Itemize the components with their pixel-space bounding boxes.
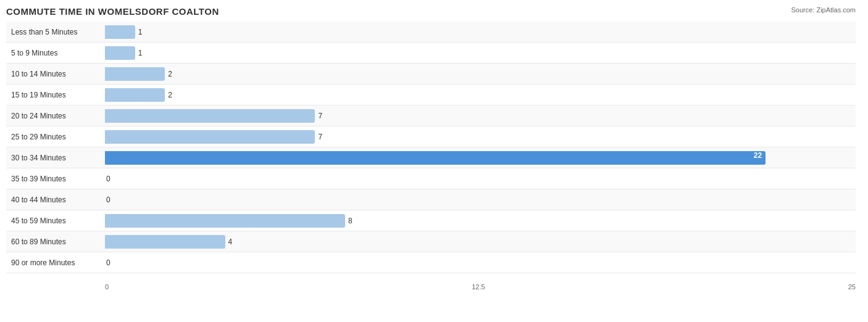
bar-label: 15 to 19 Minutes [6, 91, 105, 99]
bar-track: 0 [105, 189, 856, 210]
x-axis-label: 25 [848, 283, 856, 291]
bars-wrapper: Less than 5 Minutes15 to 9 Minutes110 to… [6, 22, 856, 281]
bar-row: 15 to 19 Minutes2 [6, 85, 856, 105]
bar-label: 5 to 9 Minutes [6, 49, 105, 57]
bar-value: 1 [138, 49, 149, 57]
bar-track: 2 [105, 64, 856, 84]
bar-row: 45 to 59 Minutes8 [6, 210, 856, 231]
bar-row: Less than 5 Minutes1 [6, 22, 856, 43]
bar-value-zero: 0 [106, 258, 111, 267]
bar-track: 7 [105, 126, 856, 147]
bar-fill: 2 [105, 67, 165, 81]
bar-track: 0 [105, 168, 856, 189]
x-axis-labels: 012.525 [105, 283, 856, 291]
bar-row: 5 to 9 Minutes1 [6, 43, 856, 64]
bar-value: 8 [348, 217, 359, 225]
bar-fill: 1 [105, 25, 135, 39]
bar-label: 45 to 59 Minutes [6, 217, 105, 225]
bar-row: 25 to 29 Minutes7 [6, 126, 856, 147]
bar-value: 4 [228, 237, 239, 246]
bar-value: 7 [318, 112, 328, 120]
bar-track: 1 [105, 43, 856, 63]
bar-label: 10 to 14 Minutes [6, 70, 105, 78]
bar-track: 4 [105, 231, 856, 252]
bar-label: 30 to 34 Minutes [6, 154, 105, 162]
chart-container: COMMUTE TIME IN WOMELSDORF COALTON Sourc… [0, 0, 868, 322]
bar-value: 7 [318, 133, 328, 141]
bar-fill: 22 [105, 151, 766, 165]
bar-value: 2 [168, 91, 178, 99]
bar-row: 10 to 14 Minutes2 [6, 64, 856, 85]
bar-track: 8 [105, 210, 856, 231]
x-axis-label: 12.5 [472, 283, 485, 291]
x-axis: 012.525 [105, 281, 856, 291]
bar-value-zero: 0 [106, 196, 111, 204]
bar-track: 7 [105, 105, 856, 126]
x-axis-label: 0 [105, 283, 109, 291]
chart-title: COMMUTE TIME IN WOMELSDORF COALTON [6, 6, 219, 17]
bar-row: 20 to 24 Minutes7 [6, 105, 856, 126]
bar-fill: 8 [105, 214, 345, 228]
bar-label: 20 to 24 Minutes [6, 112, 105, 120]
bar-value-zero: 0 [106, 175, 111, 183]
bar-fill: 7 [105, 130, 315, 144]
bar-track: 1 [105, 22, 856, 42]
bar-value: 22 [754, 151, 762, 160]
bar-track: 2 [105, 85, 856, 105]
bar-value: 2 [168, 70, 178, 78]
bar-row: 60 to 89 Minutes4 [6, 231, 856, 252]
bar-fill: 2 [105, 88, 165, 102]
bar-label: 35 to 39 Minutes [6, 175, 105, 183]
bar-row: 35 to 39 Minutes0 [6, 168, 856, 189]
bar-track: 22 [105, 147, 856, 168]
bar-label: Less than 5 Minutes [6, 28, 105, 36]
bar-label: 25 to 29 Minutes [6, 133, 105, 141]
bar-value: 1 [138, 28, 149, 36]
bar-row: 30 to 34 Minutes22 [6, 147, 856, 168]
bar-track: 0 [105, 252, 856, 273]
bar-label: 90 or more Minutes [6, 258, 105, 267]
bar-row: 40 to 44 Minutes0 [6, 189, 856, 210]
bar-fill: 1 [105, 46, 135, 60]
bar-fill: 4 [105, 235, 225, 249]
bar-label: 60 to 89 Minutes [6, 237, 105, 246]
bar-row: 90 or more Minutes0 [6, 252, 856, 273]
bar-label: 40 to 44 Minutes [6, 196, 105, 204]
chart-header: COMMUTE TIME IN WOMELSDORF COALTON Sourc… [6, 6, 856, 17]
chart-source: Source: ZipAtlas.com [791, 6, 856, 14]
bar-fill: 7 [105, 109, 315, 123]
